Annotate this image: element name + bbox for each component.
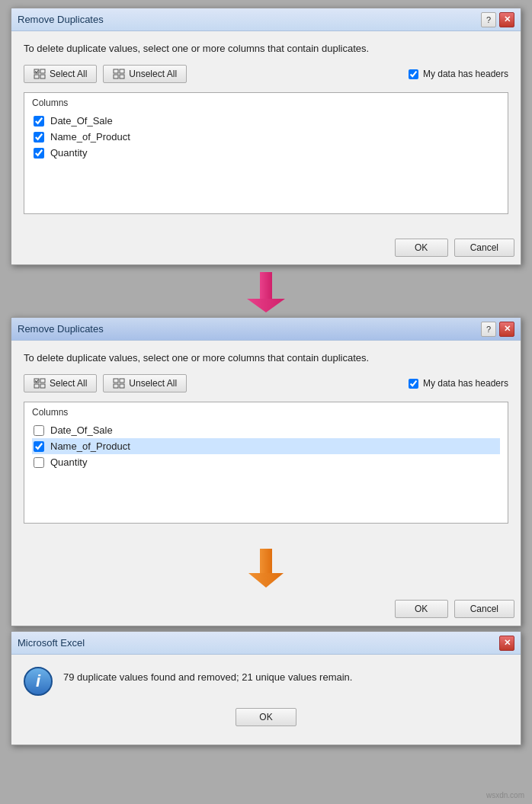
svg-rect-6 <box>114 75 118 78</box>
select-all-button-2[interactable]: Select All <box>24 374 97 392</box>
svg-rect-18 <box>260 549 272 573</box>
column-row-2-2: Name_of_Product <box>32 438 500 454</box>
pink-arrow <box>243 268 289 314</box>
cancel-button-2[interactable]: Cancel <box>454 600 514 618</box>
ok-button-2[interactable]: OK <box>395 600 448 618</box>
excel-body: i 79 duplicate values found and removed;… <box>11 655 521 745</box>
dialog-2-title: Remove Duplicates <box>18 323 104 335</box>
column-row-2-3: Quantity <box>32 454 500 470</box>
svg-rect-12 <box>34 384 39 388</box>
svg-rect-2 <box>34 75 39 78</box>
unselect-all-icon-1 <box>113 69 125 79</box>
my-data-headers-1[interactable]: My data has headers <box>409 69 508 79</box>
columns-box-1: Columns Date_Of_Sale Name_of_Product Qua… <box>24 92 508 214</box>
select-all-label-1: Select All <box>50 69 87 79</box>
column-name-name-of-product-1: Name_of_Product <box>50 131 130 143</box>
dialog-1-title: Remove Duplicates <box>18 14 104 25</box>
my-data-checkbox-1[interactable] <box>409 69 418 79</box>
dialog-2-body: To delete duplicate values, select one o… <box>11 341 521 543</box>
select-all-label-2: Select All <box>50 378 87 389</box>
column-row-1-1: Date_Of_Sale <box>32 113 500 129</box>
my-data-label-2: My data has headers <box>423 378 508 389</box>
column-checkbox-name-of-product-2[interactable] <box>34 441 44 452</box>
orange-arrow <box>246 546 286 589</box>
dialog-1-button-row: Select All Unselect All My data has head… <box>24 65 508 83</box>
unselect-all-button-1[interactable]: Unselect All <box>103 65 187 83</box>
column-checkbox-quantity-1[interactable] <box>34 148 44 159</box>
svg-marker-19 <box>248 573 284 588</box>
column-name-date-of-sale-1: Date_Of_Sale <box>50 115 113 127</box>
excel-close-button[interactable]: ✕ <box>499 636 514 651</box>
excel-ok-button[interactable]: OK <box>236 708 296 726</box>
svg-rect-17 <box>120 384 124 388</box>
excel-footer: OK <box>24 708 508 732</box>
unselect-all-label-2: Unselect All <box>129 378 177 389</box>
info-icon: i <box>24 667 53 696</box>
dialog-2-titlebar: Remove Duplicates ? ✕ <box>11 318 521 341</box>
column-name-name-of-product-2: Name_of_Product <box>50 440 130 452</box>
columns-heading-1: Columns <box>32 98 500 108</box>
column-checkbox-date-of-sale-2[interactable] <box>34 425 44 436</box>
column-row-2-1: Date_Of_Sale <box>32 422 500 438</box>
unselect-all-label-1: Unselect All <box>129 69 177 79</box>
excel-titlebar: Microsoft Excel ✕ <box>11 632 521 655</box>
remove-duplicates-dialog-1: Remove Duplicates ? ✕ To delete duplicat… <box>11 8 521 265</box>
select-all-icon-1 <box>34 69 46 79</box>
dialog-2-footer: OK Cancel <box>11 595 521 626</box>
excel-message-row: i 79 duplicate values found and removed;… <box>24 667 508 696</box>
my-data-label-1: My data has headers <box>423 69 508 79</box>
dialog-1-instruction: To delete duplicate values, select one o… <box>24 42 508 56</box>
watermark: wsxdn.com <box>486 791 524 799</box>
columns-heading-2: Columns <box>32 407 500 418</box>
svg-marker-9 <box>247 299 285 312</box>
svg-rect-8 <box>260 272 272 299</box>
svg-rect-11 <box>40 379 45 383</box>
column-name-date-of-sale-2: Date_Of_Sale <box>50 424 113 436</box>
close-button-2[interactable]: ✕ <box>499 322 514 337</box>
column-checkbox-name-of-product-1[interactable] <box>34 132 44 143</box>
cancel-button-1[interactable]: Cancel <box>454 239 514 257</box>
svg-rect-1 <box>40 69 45 73</box>
svg-rect-5 <box>120 69 124 73</box>
svg-rect-16 <box>114 384 118 388</box>
excel-title: Microsoft Excel <box>18 637 85 649</box>
unselect-all-button-2[interactable]: Unselect All <box>103 374 187 392</box>
dialog-2-button-row: Select All Unselect All My data has head… <box>24 374 508 392</box>
svg-rect-13 <box>40 384 45 388</box>
my-data-checkbox-2[interactable] <box>409 379 418 389</box>
column-checkbox-date-of-sale-1[interactable] <box>34 116 44 127</box>
column-row-1-3: Quantity <box>32 145 500 161</box>
my-data-headers-2[interactable]: My data has headers <box>409 378 508 389</box>
svg-rect-7 <box>120 75 124 78</box>
close-button-1[interactable]: ✕ <box>499 12 514 27</box>
select-all-button-1[interactable]: Select All <box>24 65 97 83</box>
dialog-1-titlebar: Remove Duplicates ? ✕ <box>11 8 521 31</box>
dialog-1-body: To delete duplicate values, select one o… <box>11 31 521 234</box>
remove-duplicates-dialog-2: Remove Duplicates ? ✕ To delete duplicat… <box>11 317 521 626</box>
column-name-quantity-2: Quantity <box>50 456 87 468</box>
excel-dialog: Microsoft Excel ✕ i 79 duplicate values … <box>11 631 521 745</box>
help-button-2[interactable]: ? <box>481 322 496 337</box>
dialog-1-footer: OK Cancel <box>11 234 521 264</box>
select-all-icon-2 <box>34 378 46 389</box>
titlebar-buttons-1: ? ✕ <box>481 12 514 27</box>
columns-box-2: Columns Date_Of_Sale Name_of_Product Qua… <box>24 402 508 524</box>
excel-message-text: 79 duplicate values found and removed; 2… <box>63 667 352 685</box>
unselect-all-icon-2 <box>113 378 125 389</box>
column-checkbox-quantity-2[interactable] <box>34 457 44 468</box>
orange-arrow-container <box>11 546 521 589</box>
svg-rect-15 <box>120 379 124 383</box>
titlebar-buttons-2: ? ✕ <box>481 322 514 337</box>
svg-rect-14 <box>114 379 118 383</box>
dialog-2-instruction: To delete duplicate values, select one o… <box>24 351 508 365</box>
pink-arrow-container <box>243 268 289 314</box>
svg-rect-3 <box>40 75 45 78</box>
column-name-quantity-1: Quantity <box>50 147 87 159</box>
column-row-1-2: Name_of_Product <box>32 129 500 145</box>
ok-button-1[interactable]: OK <box>395 239 448 257</box>
help-button-1[interactable]: ? <box>481 12 496 27</box>
excel-titlebar-buttons: ✕ <box>499 636 514 651</box>
svg-rect-4 <box>114 69 118 73</box>
